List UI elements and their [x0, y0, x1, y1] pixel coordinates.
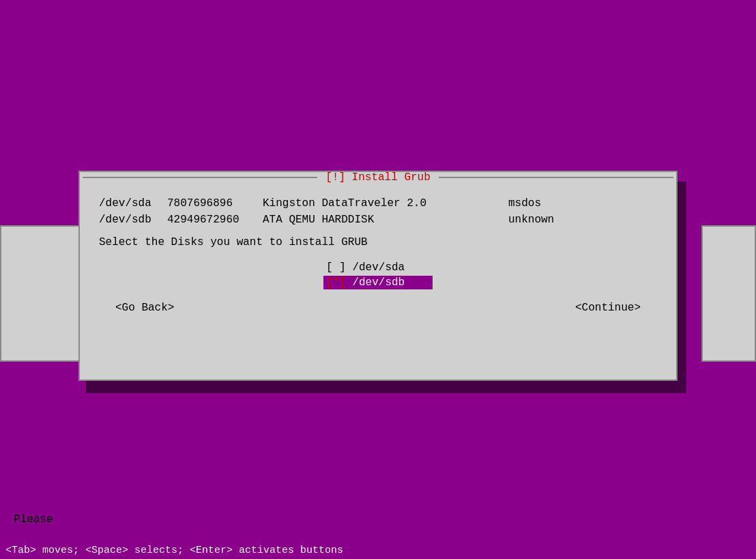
disk-sda-size: 7807696896 — [167, 195, 263, 212]
disk-sdb-device: /dev/sdb — [99, 212, 167, 228]
title-line-right — [439, 177, 673, 178]
disk-row-sda: /dev/sda 7807696896 Kingston DataTravele… — [99, 195, 657, 212]
sda-label: /dev/sda — [352, 261, 405, 274]
continue-button[interactable]: <Continue> — [572, 300, 643, 315]
buttons-row: <Go Back> <Continue> — [99, 300, 657, 315]
sdb-label: /dev/sdb — [352, 276, 405, 289]
disk-sda-type: msdos — [508, 195, 577, 212]
disk-row-sdb: /dev/sdb 42949672960 ATA QEMU HARDDISK u… — [99, 212, 657, 228]
screen: Please [!] Install Grub /dev/sda 7807696… — [0, 0, 756, 559]
background-dialog-left: Please — [0, 225, 82, 362]
go-back-button[interactable]: <Go Back> — [113, 300, 177, 315]
disk-sda-device: /dev/sda — [99, 195, 167, 212]
disk-sdb-size: 42949672960 — [167, 212, 263, 228]
checkbox-sda[interactable]: [ ] /dev/sda — [323, 261, 433, 274]
checkbox-list: [ ] /dev/sda [*] /dev/sdb — [99, 261, 657, 289]
disk-sdb-type: unknown — [508, 212, 577, 228]
bg-dialog-text: Please — [14, 513, 53, 526]
sda-marker: [ ] — [326, 261, 352, 274]
title-bar: [!] Install Grub — [80, 171, 676, 184]
background-dialog-right — [701, 225, 756, 362]
disk-table: /dev/sda 7807696896 Kingston DataTravele… — [99, 195, 657, 228]
bg-purple-bar-left — [22, 472, 63, 500]
dialog-title: [!] Install Grub — [320, 171, 436, 184]
install-grub-dialog: [!] Install Grub /dev/sda 7807696896 Kin… — [78, 171, 678, 381]
disk-sda-name: Kingston DataTraveler 2.0 — [263, 195, 508, 212]
disk-sdb-name: ATA QEMU HARDDISK — [263, 212, 508, 228]
title-line-left — [83, 177, 317, 178]
dialog-content: /dev/sda 7807696896 Kingston DataTravele… — [80, 182, 676, 326]
bg-purple-bar-right — [714, 472, 748, 500]
select-prompt: Select the Disks you want to install GRU… — [99, 236, 657, 248]
sdb-marker: [*] — [326, 276, 352, 289]
checkbox-sdb[interactable]: [*] /dev/sdb — [323, 276, 433, 289]
status-bar: <Tab> moves; <Space> selects; <Enter> ac… — [0, 542, 756, 559]
